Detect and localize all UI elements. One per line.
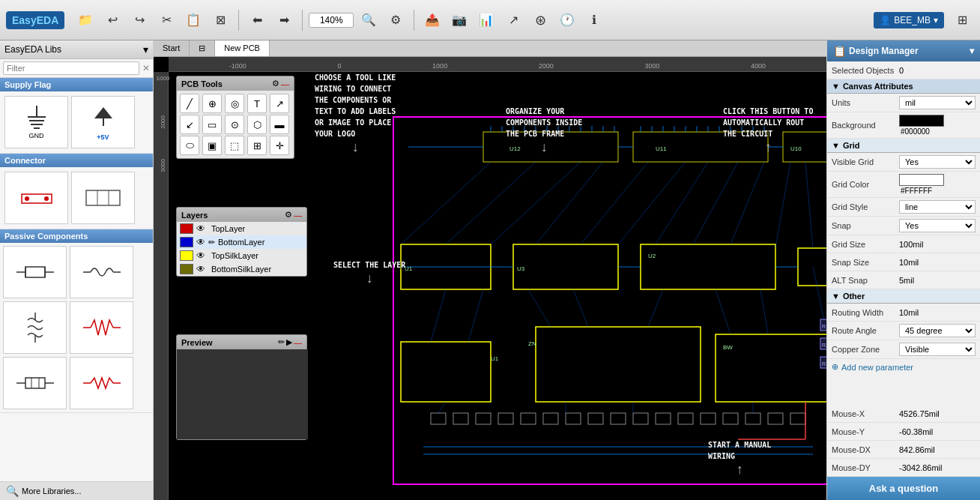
bottomlayer-edit-icon[interactable]: ✏ <box>208 238 215 247</box>
zoom-control[interactable]: 140% <box>309 13 354 28</box>
empty-grid-tool[interactable]: ⬚ <box>225 136 244 155</box>
settings-icon[interactable]: ⚙ <box>384 8 408 32</box>
arrow-tool[interactable]: ↗ <box>270 94 289 113</box>
rect-tool[interactable]: ▭ <box>202 115 222 134</box>
forward-button[interactable]: ➡ <box>272 8 296 32</box>
layers-settings-button[interactable]: ⚙ <box>285 210 292 220</box>
route-angle-label: Route Angle <box>832 326 899 335</box>
snap-select[interactable]: Yes No <box>899 219 976 232</box>
layer-bottomsilk[interactable]: 👁 BottomSilkLayer <box>177 262 306 276</box>
units-row: Units mil mm <box>827 94 980 112</box>
undo-button[interactable]: ↩ <box>100 8 124 32</box>
copy-button[interactable]: 📋 <box>181 8 205 32</box>
sidebar-header: EasyEDA Libs ▾ <box>0 40 153 59</box>
layer-toplayer[interactable]: 👁 TopLayer <box>177 222 306 235</box>
search-input[interactable] <box>3 61 139 75</box>
tab-start[interactable]: Start <box>154 40 190 56</box>
info-button[interactable]: ℹ <box>582 8 606 32</box>
mouse-dy-label: Mouse-DY <box>832 463 899 472</box>
grid-section[interactable]: ▼ Grid <box>827 139 980 153</box>
svg-line-108 <box>760 289 768 334</box>
svg-rect-57 <box>633 413 648 424</box>
list-item[interactable] <box>70 301 133 354</box>
pcb-tools-close-button[interactable]: — <box>281 79 289 88</box>
bottomlayer-visibility-icon[interactable]: 👁 <box>196 237 205 247</box>
sidebar-toggle-button[interactable]: ▾ <box>143 43 148 55</box>
preview-minimize-button[interactable]: — <box>294 337 302 347</box>
redo-button[interactable]: ↪ <box>127 8 151 32</box>
toplayer-visibility-icon[interactable]: 👁 <box>196 223 205 234</box>
layers-minimize-button[interactable]: — <box>294 210 302 220</box>
alt-snap-row: ALT Snap 5mil <box>827 271 980 289</box>
plus-grid-tool[interactable]: ⊞ <box>247 136 267 155</box>
pcb-tools-settings-button[interactable]: ⚙ <box>272 79 279 88</box>
file-button[interactable]: 📁 <box>73 8 97 32</box>
user-menu[interactable]: 👤 BEE_MB ▾ <box>874 12 944 28</box>
list-item[interactable] <box>3 246 67 298</box>
hex-tool[interactable]: ⬡ <box>247 115 267 134</box>
share-button[interactable]: 📤 <box>420 8 444 32</box>
tab-home[interactable]: ⊟ <box>190 40 215 56</box>
cut-button[interactable]: ✂ <box>154 8 178 32</box>
tab-new-pcb[interactable]: New PCB <box>215 40 270 56</box>
screenshot-button[interactable]: 📷 <box>447 8 471 32</box>
other-section[interactable]: ▼ Other <box>827 289 980 304</box>
list-item[interactable] <box>4 172 68 224</box>
design-manager-header[interactable]: 📋 Design Manager ▾ <box>827 40 980 61</box>
ask-question-button[interactable]: Ask a question <box>827 477 980 500</box>
grid-collapse-icon: ▼ <box>832 141 840 150</box>
layer-bottomlayer[interactable]: 👁 ✏ BottomLayer <box>177 235 306 249</box>
pcb-canvas[interactable]: -1000 0 1000 2000 3000 4000 1000 2000 30… <box>154 57 826 500</box>
list-item[interactable] <box>70 246 133 298</box>
mouse-dx-row: Mouse-DX 842.86mil <box>827 441 980 459</box>
dot-tool[interactable]: ⊙ <box>225 115 244 134</box>
line-tool[interactable]: ▬ <box>270 115 289 134</box>
close-icon[interactable]: ✕ <box>142 63 150 73</box>
text-tool[interactable]: T <box>247 94 267 113</box>
grid-color-swatch[interactable] <box>899 174 944 186</box>
user-avatar-icon: 👤 <box>880 15 891 25</box>
wire-tool[interactable]: ╱ <box>180 94 199 113</box>
canvas-attributes-section[interactable]: ▼ Canvas Attributes <box>827 79 980 94</box>
topsilk-visibility-icon[interactable]: 👁 <box>196 250 205 261</box>
preview-edit-button[interactable]: ✏ <box>278 337 285 347</box>
steam-button[interactable]: ⊛ <box>528 8 552 32</box>
add-parameter-button[interactable]: ⊕ Add new parameter <box>827 359 980 375</box>
preview-action-button[interactable]: ▶ <box>286 337 292 347</box>
cross-tool[interactable]: ✛ <box>270 136 289 155</box>
grid-style-select[interactable]: line dot <box>899 200 976 214</box>
list-item[interactable]: +5V <box>71 96 135 148</box>
oval-tool[interactable]: ⬭ <box>180 136 199 155</box>
search-icon[interactable]: 🔍 <box>357 8 381 32</box>
list-item[interactable] <box>70 357 133 409</box>
export-button[interactable]: ↗ <box>501 8 525 32</box>
back-button[interactable]: ⬅ <box>245 8 269 32</box>
section-connector[interactable]: Connector <box>0 154 153 167</box>
section-supply-flag[interactable]: Supply Flag <box>0 78 153 91</box>
layers-header: Layers ⚙ — <box>177 208 306 222</box>
select-tool[interactable]: ↙ <box>180 115 199 134</box>
section-passive[interactable]: Passive Components <box>0 229 153 243</box>
list-item[interactable] <box>3 301 67 354</box>
pcb-tools-title: PCB Tools <box>181 79 223 88</box>
bom-button[interactable]: 📊 <box>474 8 498 32</box>
history-button[interactable]: 🕐 <box>555 8 579 32</box>
grid-tool[interactable]: ▣ <box>202 136 222 155</box>
more-libs-button[interactable]: 🔍 More Libraries... <box>0 481 153 500</box>
route-angle-select[interactable]: 45 degree 90 degree <box>899 324 976 337</box>
bottomsilk-visibility-icon[interactable]: 👁 <box>196 264 205 274</box>
add-tool[interactable]: ⊕ <box>202 94 222 113</box>
background-color-swatch[interactable] <box>899 115 944 127</box>
background-row: Background #000000 <box>827 112 980 139</box>
list-item[interactable] <box>3 357 67 409</box>
delete-button[interactable]: ⊠ <box>208 8 232 32</box>
units-dropdown[interactable]: mil mm <box>899 96 976 109</box>
copper-zone-select[interactable]: Visible Hidden <box>899 343 976 356</box>
units-select[interactable]: mil mm <box>899 96 976 109</box>
list-item[interactable]: GND <box>4 96 68 148</box>
visible-grid-select[interactable]: Yes No <box>899 155 976 169</box>
layout-button[interactable]: ⊞ <box>950 8 974 32</box>
circle-tool[interactable]: ◎ <box>225 94 244 113</box>
layer-topsilk[interactable]: 👁 TopSilkLayer <box>177 249 306 262</box>
list-item[interactable] <box>71 172 135 224</box>
